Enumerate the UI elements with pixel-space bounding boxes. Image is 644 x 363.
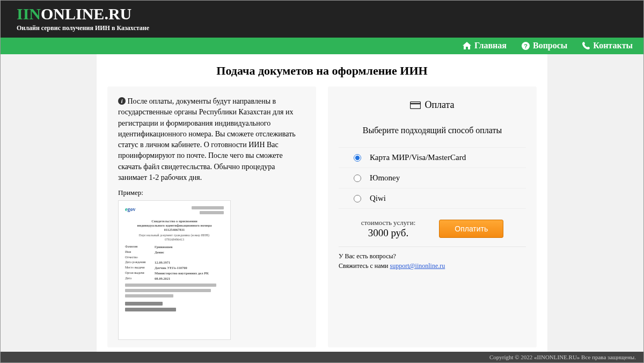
- nav-contacts-label: Контакты: [593, 41, 633, 50]
- option-card-label: Карта МИР/Visa/MasterCard: [370, 153, 466, 162]
- svg-rect-4: [411, 101, 421, 108]
- logo-part1: IIN: [17, 5, 41, 23]
- nav-faq-label: Вопросы: [533, 41, 567, 50]
- svg-rect-5: [410, 103, 421, 104]
- info-text: После оплаты, документы будут направлены…: [118, 97, 296, 182]
- option-qiwi-label: Qiwi: [370, 194, 386, 203]
- option-yoomoney-label: Юmoney: [370, 173, 400, 183]
- payment-option-card[interactable]: Карта МИР/Visa/MasterCard: [339, 147, 526, 168]
- svg-text:?: ?: [524, 42, 528, 49]
- radio-yoomoney[interactable]: [354, 175, 361, 182]
- doc-title: Свидетельство о присвоениииндивидуальног…: [128, 219, 221, 231]
- nav-home-label: Главная: [474, 41, 507, 50]
- nav-faq[interactable]: ? Вопросы: [522, 41, 567, 50]
- cost-label: стоимость услуги:: [361, 219, 416, 227]
- payment-option-qiwi[interactable]: Qiwi: [339, 188, 526, 209]
- nav-home[interactable]: Главная: [463, 41, 507, 50]
- payment-title: Оплата: [425, 99, 454, 111]
- site-logo[interactable]: IINONLINE.RU: [17, 5, 627, 23]
- header-bar: IINONLINE.RU Онлайн сервис получения ИИН…: [1, 1, 643, 38]
- cost-block: стоимость услуги: 3000 руб.: [361, 219, 416, 239]
- logo-part2: ONLINE.RU: [41, 5, 131, 23]
- contact-prefix: Свяжитесь с нами: [339, 262, 390, 270]
- info-icon: i: [118, 97, 126, 105]
- document-preview: egov Свидетельство о присвоениииндивидуа…: [118, 200, 231, 340]
- doc-subtitle: Персональный документ гражданина (номер …: [125, 234, 224, 242]
- radio-card[interactable]: [354, 154, 361, 162]
- home-icon: [463, 42, 471, 49]
- payment-subtitle: Выберите подходящий способ оплаты: [339, 126, 526, 135]
- page-title: Подача докуметов на оформление ИИН: [216, 64, 427, 78]
- radio-qiwi[interactable]: [354, 195, 361, 202]
- site-tagline: Онлайн сервис получения ИИН в Казахстане: [17, 24, 627, 32]
- main-nav: Главная ? Вопросы Контакты: [1, 38, 643, 54]
- phone-icon: [582, 42, 590, 49]
- info-card: i После оплаты, документы будут направле…: [107, 86, 316, 347]
- egov-gov: gov: [127, 206, 135, 212]
- cost-value: 3000 руб.: [361, 227, 416, 239]
- question-icon: ?: [522, 42, 530, 50]
- pay-button[interactable]: Оплатить: [439, 220, 503, 238]
- payment-card: Оплата Выберите подходящий способ оплаты…: [328, 86, 537, 347]
- example-label: Пример:: [118, 188, 305, 197]
- questions-text: У Вас есть вопросы?: [339, 252, 526, 260]
- card-icon: [410, 101, 421, 109]
- support-email-link[interactable]: support@iinonline.ru: [390, 262, 445, 270]
- footer-copyright: Copyright © 2022 «IINONLINE.RU» Все прав…: [1, 352, 643, 362]
- nav-contacts[interactable]: Контакты: [582, 41, 633, 50]
- payment-option-yoomoney[interactable]: Юmoney: [339, 168, 526, 188]
